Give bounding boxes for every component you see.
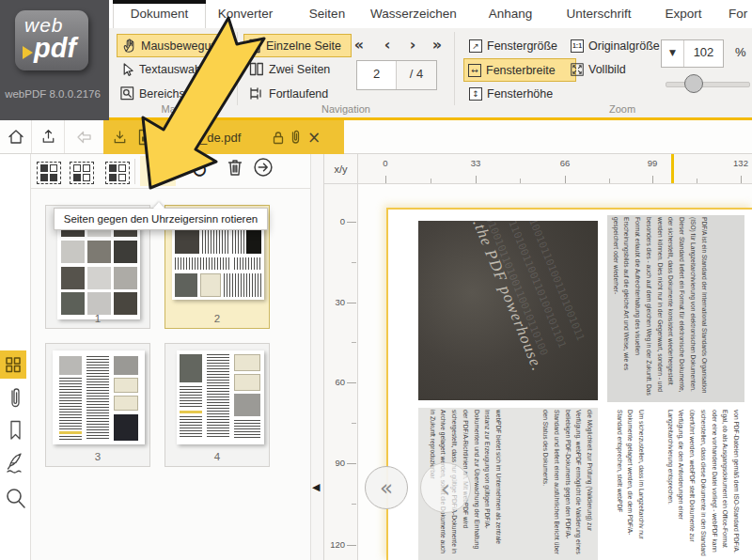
tab-anhang[interactable]: Anhang — [481, 0, 540, 28]
window-size-icon: ↗ — [469, 39, 482, 53]
first-page-button[interactable]: « — [349, 36, 369, 54]
tab-dokument[interactable]: Dokument — [113, 0, 206, 28]
document-viewer[interactable]: 0110100101101001101001011 01011010011001… — [358, 184, 752, 560]
arrow-right-circle-icon — [253, 157, 274, 178]
rotate-counterclockwise-button[interactable]: ↺ — [140, 156, 176, 186]
select-even-pages-button[interactable] — [70, 162, 94, 184]
thumbnail-page-number: 3 — [46, 451, 149, 462]
select-all-pages-button[interactable] — [105, 162, 130, 184]
horizontal-ruler: 0 33 66 99 132 — [358, 154, 752, 184]
page-text-block-bottom-right: Um sicherzustellen, dass im Langzeitarch… — [607, 408, 744, 560]
goto-first-page-button[interactable]: « — [365, 466, 408, 509]
h-tick-label: 0 — [371, 158, 400, 168]
textauswahl-button[interactable]: Textauswahl — [117, 58, 222, 80]
sidebar-item-bookmarks[interactable] — [0, 419, 30, 445]
einzelne-seite-button[interactable]: Einzelne Seite — [243, 34, 352, 57]
vollbild-button[interactable]: Vollbild — [567, 58, 650, 80]
two-pages-icon — [249, 62, 264, 76]
tab-seiten[interactable]: Seiten — [298, 0, 356, 28]
page-paragraph: von PDF-Dateien gemäß dem ISO-Standard P… — [665, 410, 742, 558]
thumbnail-page-number: 2 — [165, 313, 269, 324]
goto-previous-page-button[interactable]: ‹ — [420, 462, 471, 513]
zwei-seiten-button[interactable]: Zwei Seiten — [245, 58, 347, 80]
group-separator — [237, 32, 238, 105]
sidebar-item-signature[interactable] — [0, 451, 30, 479]
collapse-panel-arrow[interactable]: ◀ — [312, 481, 320, 493]
bookmark-icon — [8, 419, 24, 442]
toolbar-divider — [134, 159, 135, 184]
logo-pdf-text: pdf — [34, 33, 76, 64]
zoom-group-label: Zoom — [566, 103, 679, 117]
next-page-button[interactable]: › — [402, 36, 423, 54]
fensterbreite-label: Fensterbreite — [486, 64, 556, 77]
originalgroesse-label: Originalgröße — [588, 39, 660, 53]
previous-page-button[interactable]: ‹ — [377, 36, 398, 54]
thumbnail-page-3[interactable]: 3 — [45, 343, 150, 467]
fenstergroesse-button[interactable]: ↗ Fenstergröße — [465, 35, 572, 56]
file-icon — [137, 129, 151, 146]
zoom-dropdown-button[interactable]: ▼ — [662, 40, 684, 67]
page-total-label: / 4 — [397, 61, 436, 89]
one-to-one-icon: 1:1 — [571, 39, 584, 53]
document-tab-filename: webpdf_de.pdf — [161, 131, 272, 145]
sidebar-icon-strip — [0, 154, 31, 560]
zoom-slider-track[interactable] — [666, 82, 750, 87]
sidebar-item-search[interactable] — [0, 487, 30, 515]
back-button[interactable] — [65, 120, 102, 153]
panel-splitter[interactable]: ◀ — [310, 154, 324, 560]
thumbnail-page-4[interactable]: 4 — [164, 343, 270, 467]
fensterbreite-button[interactable]: ↔ Fensterbreite — [463, 58, 576, 82]
brand-panel: web pdf webPDF 8.0.0.2176 — [0, 0, 109, 120]
h-tick-label: 66 — [551, 158, 579, 168]
zoom-value-control: ▼ 102 — [661, 39, 724, 68]
lock-icon — [272, 130, 285, 146]
fortlaufend-button[interactable]: Fortlaufend — [245, 83, 347, 104]
tab-formulare[interactable]: For — [728, 0, 752, 28]
zoom-slider-handle[interactable] — [684, 74, 703, 93]
bereichszoom-label: Bereichszoom — [139, 87, 213, 101]
back-arrow-icon — [75, 129, 93, 146]
h-tick-label: 99 — [638, 158, 666, 168]
thumbnail-page-number: 1 — [46, 313, 149, 324]
mausbewegung-label: Mausbewegung — [141, 39, 224, 53]
mausbewegung-button[interactable]: Mausbewegung — [117, 34, 231, 57]
paperclip-icon — [8, 386, 23, 411]
page-number-control: 2 / 4 — [356, 60, 437, 90]
download-icon — [111, 129, 129, 147]
sidebar-item-attachments[interactable] — [0, 386, 30, 414]
webpdf-logo: web pdf — [15, 10, 88, 70]
ruler-position-marker — [671, 154, 674, 184]
close-tab-button[interactable]: × — [307, 128, 321, 147]
vollbild-label: Vollbild — [588, 63, 626, 76]
fensterhoehe-button[interactable]: ↕ Fensterhöhe — [465, 83, 571, 104]
select-odd-pages-button[interactable] — [37, 162, 61, 184]
page-number-input[interactable]: 2 — [357, 61, 397, 89]
v-tick-label: 30 — [326, 297, 345, 307]
home-button[interactable] — [0, 120, 31, 153]
thumbnail-page-number: 4 — [165, 451, 269, 462]
fenstergroesse-label: Fenstergröße — [487, 39, 557, 53]
tab-wasserzeichen[interactable]: Wasserzeichen — [367, 0, 461, 28]
bereichszoom-button[interactable]: Bereichszoom — [117, 83, 229, 104]
h-tick-label: 132 — [727, 158, 752, 168]
sidebar-item-thumbnails[interactable] — [0, 350, 26, 379]
zoom-percent-label: % — [735, 45, 746, 59]
tab-unterschrift[interactable]: Unterschrift — [557, 0, 640, 28]
rotate-clockwise-button[interactable]: ↻ — [181, 156, 217, 186]
v-tick-label: 120 — [326, 539, 345, 550]
last-page-button[interactable]: » — [427, 36, 447, 54]
document-tab-webpdf-de[interactable]: webpdf_de.pdf × — [103, 120, 344, 154]
page-paragraph: PDF/A ist ein Standard der International… — [610, 217, 710, 398]
thumbnail-page-4-preview — [177, 350, 264, 444]
tab-export[interactable]: Export — [654, 0, 713, 28]
einzelne-seite-label: Einzelne Seite — [266, 39, 341, 53]
thumbnails-toolbar: ↺ ↻ — [31, 154, 310, 189]
tab-konverter[interactable]: Konverter — [208, 0, 283, 28]
tooltip-caret — [153, 202, 164, 209]
move-page-button[interactable] — [245, 156, 281, 186]
trash-icon — [226, 158, 244, 178]
upload-button[interactable] — [32, 120, 64, 153]
zoom-value-input[interactable]: 102 — [684, 40, 723, 67]
h-tick-label: 33 — [462, 158, 490, 168]
fensterhoehe-label: Fensterhöhe — [487, 87, 553, 101]
